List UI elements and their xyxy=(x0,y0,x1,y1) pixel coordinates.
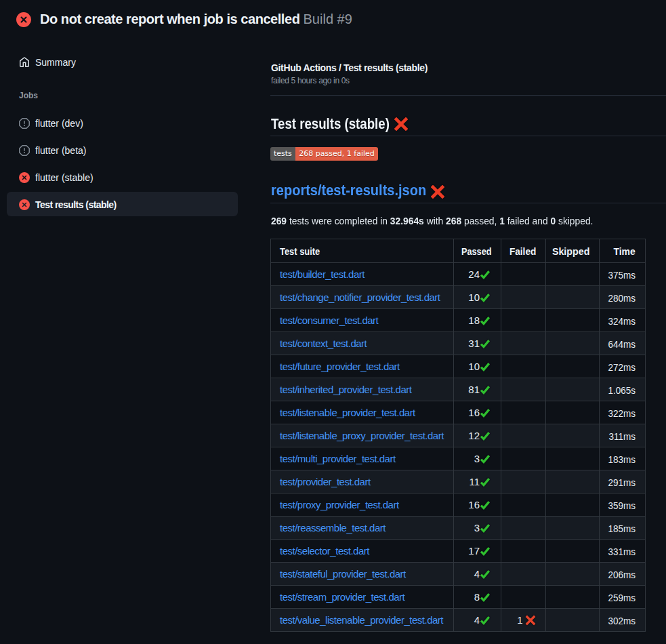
cell-passed: 3 xyxy=(454,447,501,470)
cell-passed: 10 xyxy=(454,286,501,309)
run-build-number: Build #9 xyxy=(304,12,352,26)
heading-underline xyxy=(270,203,666,203)
table-row: test/proxy_provider_test.dart16359ms xyxy=(271,494,646,517)
cell-test-suite: test/future_provider_test.dart xyxy=(271,355,454,378)
test-suite-link[interactable]: test/builder_test.dart xyxy=(280,268,365,280)
test-suite-link[interactable]: test/stream_provider_test.dart xyxy=(280,591,404,603)
table-row: test/listenable_proxy_provider_test.dart… xyxy=(271,424,646,447)
cell-test-suite: test/inherited_provider_test.dart xyxy=(271,378,454,401)
cell-passed: 17 xyxy=(454,540,501,563)
time-value: 206ms xyxy=(608,569,636,579)
count: 11 xyxy=(469,476,480,487)
passed-check-icon xyxy=(480,407,491,418)
cell-test-suite: test/value_listenable_provider_test.dart xyxy=(271,609,454,632)
cell-passed: 24 xyxy=(454,263,501,286)
sidebar-summary-label: Summary xyxy=(35,57,76,68)
cell-skipped xyxy=(545,355,599,378)
table-row: test/reassemble_test.dart3185ms xyxy=(271,517,646,540)
test-suite-link[interactable]: test/change_notifier_provider_test.dart xyxy=(280,291,440,303)
sidebar-item-flutter-beta[interactable]: flutter (beta) xyxy=(19,140,86,161)
cell-skipped xyxy=(545,378,599,401)
passed-check-icon xyxy=(480,523,491,534)
column-header-passed: Passed xyxy=(454,239,501,263)
cell-time: 280ms xyxy=(599,286,645,309)
count: 16 xyxy=(468,499,480,510)
time-value: 324ms xyxy=(608,315,636,325)
tests-badge: tests 268 passed, 1 failed xyxy=(270,147,378,161)
home-icon xyxy=(19,57,30,68)
passed-check-icon xyxy=(480,384,491,395)
check-title-heading: Test results (stable) xyxy=(271,116,411,132)
count: 31 xyxy=(468,338,480,349)
cell-failed xyxy=(501,563,546,586)
test-suite-link[interactable]: test/inherited_provider_test.dart xyxy=(280,384,411,395)
table-row: test/selector_test.dart17331ms xyxy=(271,540,646,563)
cell-skipped xyxy=(545,263,599,286)
summary-text: tests were completed in xyxy=(287,215,390,226)
sidebar-item-summary[interactable]: Summary xyxy=(19,52,76,73)
passed-check-icon xyxy=(480,430,491,441)
cell-failed xyxy=(501,401,546,424)
badge-label: tests xyxy=(270,147,295,161)
test-suite-link[interactable]: test/proxy_provider_test.dart xyxy=(280,499,399,510)
cell-passed: 16 xyxy=(454,494,501,517)
sidebar-jobs-heading: Jobs xyxy=(19,91,38,100)
time-value: 272ms xyxy=(608,361,636,371)
table-row: test/listenable_provider_test.dart16322m… xyxy=(271,401,646,424)
cell-time: 272ms xyxy=(599,355,645,378)
table-row: test/multi_provider_test.dart3183ms xyxy=(271,447,646,470)
table-row: test/context_test.dart31644ms xyxy=(271,332,646,355)
summary-number: 32.964s xyxy=(390,215,424,226)
time-value: 375ms xyxy=(608,269,636,279)
test-suite-link[interactable]: test/value_listenable_provider_test.dart xyxy=(280,614,443,626)
cancelled-icon xyxy=(19,145,30,156)
cell-failed xyxy=(501,494,546,517)
table-row: test/inherited_provider_test.dart811.065… xyxy=(271,378,646,401)
failed-x-icon xyxy=(525,615,536,626)
test-suite-link[interactable]: test/reassemble_test.dart xyxy=(280,522,386,534)
cell-test-suite: test/reassemble_test.dart xyxy=(271,517,454,540)
table-row: test/change_notifier_provider_test.dart1… xyxy=(271,286,646,309)
passed-check-icon xyxy=(480,500,491,510)
summary-number: 269 xyxy=(271,215,287,226)
cell-passed: 16 xyxy=(454,401,501,424)
run-name: Do not create report when job is cancell… xyxy=(40,12,299,26)
cell-test-suite: test/builder_test.dart xyxy=(271,263,454,286)
cell-skipped xyxy=(545,424,599,447)
report-file-link[interactable]: reports/test-results.json xyxy=(271,182,426,198)
test-suite-link[interactable]: test/provider_test.dart xyxy=(280,476,371,487)
sidebar-item-flutter-stable[interactable]: flutter (stable) xyxy=(19,167,93,188)
test-suite-link[interactable]: test/multi_provider_test.dart xyxy=(280,453,396,464)
sidebar-item-test-results-stable[interactable]: Test results (stable) xyxy=(19,194,117,216)
time-value: 280ms xyxy=(608,292,636,302)
cell-time: 311ms xyxy=(599,424,645,447)
test-suite-link[interactable]: test/selector_test.dart xyxy=(280,545,369,557)
time-value: 259ms xyxy=(608,592,636,602)
cell-time: 1.065s xyxy=(599,378,645,401)
test-suite-link[interactable]: test/listenable_proxy_provider_test.dart xyxy=(280,430,444,441)
test-results-table: Test suite Passed Failed Skipped Time te… xyxy=(270,239,646,632)
column-header-label: Time xyxy=(614,246,636,256)
passed-check-icon xyxy=(480,292,491,303)
cell-skipped xyxy=(545,586,599,609)
passed-check-icon xyxy=(480,454,491,464)
cell-skipped xyxy=(545,470,599,494)
table-row: test/builder_test.dart24375ms xyxy=(271,263,646,286)
test-suite-link[interactable]: test/stateful_provider_test.dart xyxy=(280,568,406,580)
test-summary-line: 269 tests were completed in 32.964s with… xyxy=(271,216,593,226)
cell-skipped xyxy=(545,332,599,355)
passed-check-icon xyxy=(480,338,491,349)
test-suite-link[interactable]: test/listenable_provider_test.dart xyxy=(280,407,415,418)
cell-failed xyxy=(501,447,546,470)
count: 10 xyxy=(468,291,480,303)
cell-failed xyxy=(501,378,546,401)
time-value: 311ms xyxy=(608,430,636,441)
test-suite-link[interactable]: test/context_test.dart xyxy=(280,338,367,349)
column-header-label: Test suite xyxy=(280,246,320,256)
test-suite-link[interactable]: test/future_provider_test.dart xyxy=(280,361,400,372)
table-row: test/value_listenable_provider_test.dart… xyxy=(271,609,646,632)
test-suite-link[interactable]: test/consumer_test.dart xyxy=(280,315,378,326)
sidebar-item-flutter-dev[interactable]: flutter (dev) xyxy=(19,113,83,134)
header-divider xyxy=(270,95,666,96)
sidebar-job-label: flutter (stable) xyxy=(35,172,93,183)
